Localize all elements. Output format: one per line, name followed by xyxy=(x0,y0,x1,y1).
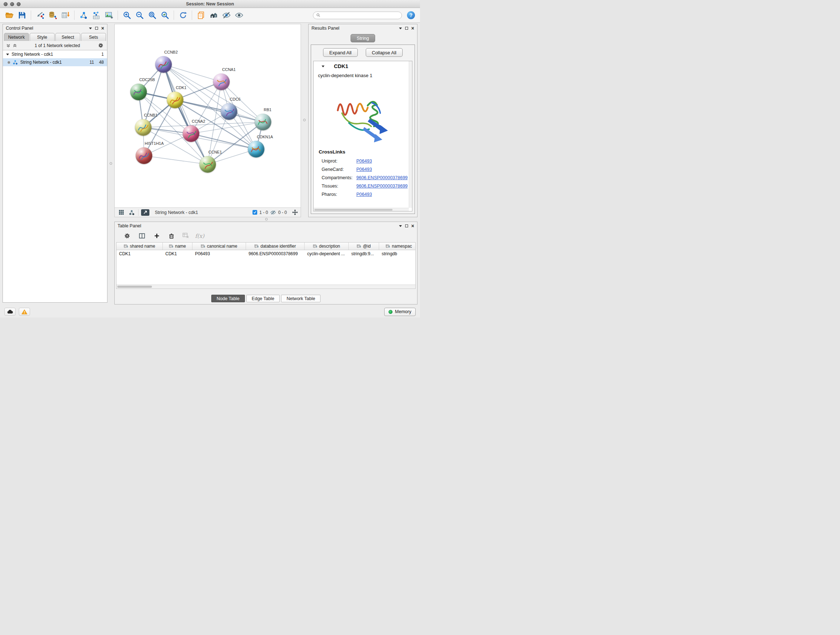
crosslink-value-link[interactable]: 9606.ENSP00000378699 xyxy=(356,184,408,188)
table-cell[interactable]: CDK1 xyxy=(117,251,163,256)
network-node-hist1h1a[interactable] xyxy=(136,147,152,164)
panel-close-icon[interactable]: × xyxy=(101,27,104,30)
pan-crosshair-icon[interactable] xyxy=(292,209,298,215)
zoom-in-button[interactable] xyxy=(121,10,133,21)
panel-close-icon[interactable]: × xyxy=(411,224,414,228)
table-cell[interactable]: P06493 xyxy=(193,251,246,256)
apply-layout-button[interactable] xyxy=(177,10,188,21)
crosslink-value-link[interactable]: P06493 xyxy=(356,192,372,197)
add-column-button[interactable] xyxy=(152,232,161,241)
splitter-handle[interactable] xyxy=(265,218,268,220)
panel-float-icon[interactable] xyxy=(405,27,408,30)
network-node-ccnb1[interactable] xyxy=(135,119,152,136)
crosslink-value-link[interactable]: 9606.ENSP00000378699 xyxy=(356,175,408,180)
tab-network-table[interactable]: Network Table xyxy=(281,295,321,302)
clone-network-button[interactable] xyxy=(78,10,89,21)
panel-float-icon[interactable] xyxy=(405,225,408,227)
zoom-fit-button[interactable] xyxy=(147,10,158,21)
hide-selected-button[interactable] xyxy=(221,10,232,21)
network-node-rb1[interactable] xyxy=(255,114,271,130)
crosslink-value-link[interactable]: P06493 xyxy=(356,167,372,172)
network-canvas[interactable]: CCNB2CCNA1CDC25BCDK1CDC6RB1CCNB1CCNA2CDK… xyxy=(115,24,301,207)
crosslink-value-link[interactable]: P06493 xyxy=(356,158,372,164)
table-cell[interactable]: stringdb:9... xyxy=(349,251,379,256)
column-header-name[interactable]: name xyxy=(163,242,193,250)
network-and-table-button[interactable] xyxy=(90,10,102,21)
protein-section-header[interactable]: CDK1 xyxy=(314,61,412,71)
panel-close-icon[interactable]: × xyxy=(411,27,414,30)
panel-menu-icon[interactable] xyxy=(399,27,402,29)
network-node-cdc25b[interactable] xyxy=(130,84,147,100)
grid-toggle-button[interactable] xyxy=(117,209,125,216)
panel-float-icon[interactable] xyxy=(95,27,98,30)
section-expander-icon[interactable] xyxy=(322,65,325,67)
table-horizontal-scrollbar[interactable] xyxy=(117,285,415,288)
table-cell[interactable]: stringdb xyxy=(379,251,416,256)
table-settings-button[interactable] xyxy=(123,232,131,241)
table-row[interactable]: CDK1CDK1P064939606.ENSP00000378699cyclin… xyxy=(117,250,415,257)
splitter-handle[interactable] xyxy=(110,162,112,165)
window-minimize-icon[interactable] xyxy=(10,2,14,6)
network-edge[interactable] xyxy=(144,156,208,165)
function-builder-button[interactable]: f(x) xyxy=(195,232,204,241)
panel-menu-icon[interactable] xyxy=(399,225,402,227)
column-header-canonical-name[interactable]: canonical name xyxy=(193,242,246,250)
save-session-button[interactable] xyxy=(16,10,27,21)
column-header-description[interactable]: description xyxy=(305,242,349,250)
import-table-from-file-button[interactable] xyxy=(60,10,71,21)
show-columns-button[interactable] xyxy=(137,232,146,241)
tab-string[interactable]: String xyxy=(351,34,375,42)
zoom-selected-button[interactable] xyxy=(159,10,171,21)
collapse-all-icon[interactable] xyxy=(6,43,11,48)
splitter-handle[interactable] xyxy=(303,119,306,121)
network-edge[interactable] xyxy=(164,65,208,165)
warnings-button[interactable] xyxy=(19,308,30,316)
tab-style[interactable]: Style xyxy=(30,33,55,41)
column-header-database-identifier[interactable]: database identifier xyxy=(246,242,305,250)
selected-checkbox-icon[interactable] xyxy=(253,210,257,215)
search-input[interactable] xyxy=(323,13,399,18)
help-button[interactable]: ? xyxy=(407,11,415,19)
network-node-ccna2[interactable] xyxy=(183,125,199,142)
gear-icon[interactable] xyxy=(98,42,104,49)
collapse-all-button[interactable]: Collapse All xyxy=(366,48,403,57)
export-image-button[interactable] xyxy=(103,10,114,21)
tab-node-table[interactable]: Node Table xyxy=(211,295,245,302)
network-row[interactable]: String Network - cdk1 11 48 xyxy=(3,58,107,66)
export-view-button[interactable] xyxy=(141,209,149,216)
memory-button[interactable]: Memory xyxy=(384,308,416,316)
tab-sets[interactable]: Sets xyxy=(81,33,106,41)
zoom-out-button[interactable] xyxy=(134,10,145,21)
panel-menu-icon[interactable] xyxy=(89,27,92,29)
network-node-ccnb2[interactable] xyxy=(155,56,172,73)
birds-eye-button[interactable] xyxy=(128,209,136,216)
show-all-button[interactable] xyxy=(233,10,245,21)
tab-network[interactable]: Network xyxy=(4,33,29,41)
network-edge[interactable] xyxy=(175,100,263,122)
table-cell[interactable]: 9606.ENSP00000378699 xyxy=(246,251,305,256)
import-network-from-database-button[interactable] xyxy=(47,10,58,21)
column-header-shared-name[interactable]: shared name xyxy=(117,242,163,250)
network-node-cdc6[interactable] xyxy=(221,103,237,120)
network-node-cdk1[interactable] xyxy=(167,92,183,108)
delete-table-button[interactable] xyxy=(182,232,189,241)
expand-all-icon[interactable] xyxy=(13,43,17,48)
scrollbar-thumb[interactable] xyxy=(117,286,152,288)
table-cell[interactable]: cyclin-dependent ... xyxy=(305,251,349,256)
column-header-id[interactable]: @id xyxy=(349,242,379,250)
table-cell[interactable]: CDK1 xyxy=(163,251,193,256)
search-box[interactable] xyxy=(313,11,402,19)
delete-column-button[interactable] xyxy=(167,232,176,241)
scrollbar-thumb[interactable] xyxy=(314,209,393,211)
tab-edge-table[interactable]: Edge Table xyxy=(246,295,279,302)
results-horizontal-scrollbar[interactable] xyxy=(314,208,409,211)
window-close-icon[interactable] xyxy=(4,2,8,6)
network-node-ccne1[interactable] xyxy=(199,156,216,173)
duplicate-network-button[interactable] xyxy=(195,10,207,21)
import-network-from-file-button[interactable] xyxy=(34,10,46,21)
tab-select[interactable]: Select xyxy=(55,33,80,41)
expand-all-button[interactable]: Expand All xyxy=(323,48,357,57)
home-view-button[interactable] xyxy=(208,10,219,21)
network-edge[interactable] xyxy=(164,65,221,82)
column-header-namespac[interactable]: namespac xyxy=(379,242,416,250)
